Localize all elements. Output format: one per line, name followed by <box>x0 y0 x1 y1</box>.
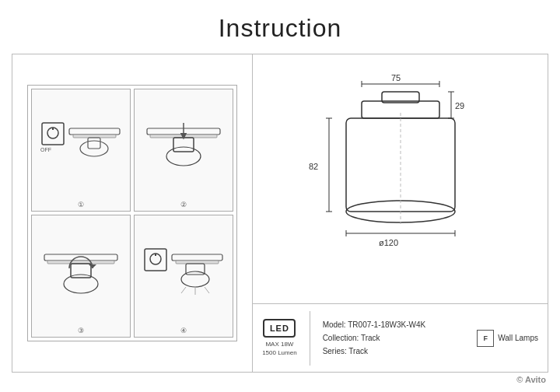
wall-lamp-icon: F <box>477 330 494 347</box>
series-row: Series: Track <box>323 346 426 357</box>
step-cell-4: ④ <box>134 215 233 338</box>
step-1-illustration: OFF <box>35 119 127 173</box>
collection-row: Collection: Track <box>323 333 426 344</box>
svg-text:82: 82 <box>309 162 318 171</box>
svg-rect-22 <box>176 261 219 264</box>
step-cell-3: ③ <box>31 215 131 338</box>
steps-grid: OFF ① <box>27 85 237 341</box>
svg-point-24 <box>181 271 209 287</box>
diagram-area: 75 29 82 ø120 <box>253 54 548 303</box>
page: Instruction OFF <box>0 0 560 392</box>
svg-rect-18 <box>145 249 166 271</box>
step-2-illustration <box>138 119 229 173</box>
led-badge: LED <box>263 319 296 338</box>
svg-rect-13 <box>44 254 117 261</box>
series-label: Series: <box>323 347 347 355</box>
svg-point-11 <box>166 147 201 166</box>
svg-line-25 <box>181 287 186 293</box>
led-lumen: 1500 Lumen <box>262 349 296 356</box>
led-sub: MAX 18W 1500 Lumen <box>262 341 296 357</box>
step-num-4: ④ <box>180 327 187 334</box>
svg-rect-23 <box>186 264 205 275</box>
step-4-illustration <box>138 245 229 299</box>
collection-label: Collection: <box>323 334 359 342</box>
info-bar: LED MAX 18W 1500 Lumen Model: TR007-1-18… <box>253 303 548 372</box>
svg-rect-4 <box>69 128 120 135</box>
svg-line-27 <box>205 287 209 293</box>
svg-text:OFF: OFF <box>40 147 51 152</box>
watermark: © Avito <box>516 375 546 384</box>
step-num-3: ③ <box>78 327 84 334</box>
step-cell-2: ② <box>134 89 233 212</box>
step-3-illustration <box>35 245 127 299</box>
led-max: MAX 18W <box>265 341 293 348</box>
wall-lamp-label: Wall Lamps <box>498 334 538 342</box>
product-info: Model: TR007-1-18W3K-W4K Collection: Tra… <box>323 320 426 357</box>
svg-rect-5 <box>73 135 116 138</box>
left-panel: OFF ① <box>12 54 253 372</box>
avito-text: © Avito <box>516 375 546 384</box>
svg-rect-10 <box>173 138 194 152</box>
right-panel: 75 29 82 ø120 <box>253 54 548 372</box>
model-row: Model: TR007-1-18W3K-W4K <box>323 320 426 331</box>
led-badge-wrap: LED MAX 18W 1500 Lumen <box>262 319 296 357</box>
divider-vertical <box>310 311 310 366</box>
lamp-diagram: 75 29 82 ø120 <box>284 70 517 288</box>
page-title: Instruction <box>219 14 342 43</box>
step-cell-1: OFF ① <box>31 89 131 212</box>
svg-rect-7 <box>88 138 100 149</box>
model-value: TR007-1-18W3K-W4K <box>348 320 425 329</box>
collection-value: Track <box>361 334 380 342</box>
svg-rect-0 <box>42 123 64 145</box>
step-num-2: ② <box>180 201 187 208</box>
svg-text:ø120: ø120 <box>379 238 398 247</box>
svg-text:29: 29 <box>455 101 464 110</box>
svg-text:75: 75 <box>391 73 401 82</box>
model-label: Model: <box>323 320 346 329</box>
content-area: OFF ① <box>12 54 548 373</box>
step-num-1: ① <box>78 201 84 208</box>
svg-rect-21 <box>172 254 222 261</box>
wall-lamp-badge: F Wall Lamps <box>477 330 538 347</box>
series-value: Track <box>348 347 368 355</box>
svg-marker-17 <box>89 264 96 268</box>
